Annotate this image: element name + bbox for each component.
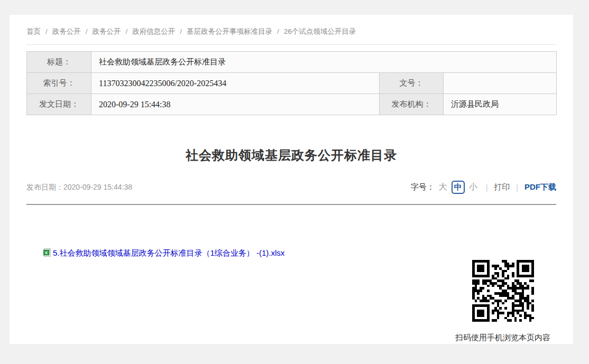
publish-date: 发布日期：2020-09-29 15:44:38 bbox=[26, 183, 132, 192]
breadcrumb-item-3[interactable]: 政府信息公开 bbox=[132, 27, 175, 35]
breadcrumb-separator: / bbox=[126, 27, 128, 35]
breadcrumb-item-2[interactable]: 政务公开 bbox=[93, 27, 121, 35]
breadcrumb-item-1[interactable]: 政务公开 bbox=[52, 27, 81, 35]
content-card: 首页/政务公开/政务公开/政府信息公开/基层政务公开事项标准目录/26个试点领域… bbox=[10, 15, 573, 344]
svg-text:X: X bbox=[45, 250, 48, 255]
document-meta-table: 标题： 社会救助领域基层政务公开标准目录 索引号： 11370323004223… bbox=[26, 51, 557, 115]
publisher-label: 发布机构： bbox=[380, 94, 444, 115]
print-button[interactable]: 打印 bbox=[494, 182, 510, 192]
breadcrumb-separator: / bbox=[45, 27, 48, 35]
qr-code bbox=[472, 260, 534, 322]
font-size-medium-button[interactable]: 中 bbox=[452, 181, 465, 194]
breadcrumb-separator: / bbox=[277, 27, 279, 35]
article-body: X 5.社会救助领域领域基层政务公开标准目录（1综合业务） -(1).xlsx … bbox=[26, 205, 556, 343]
index-number-label: 索引号： bbox=[27, 73, 91, 94]
excel-file-icon: X bbox=[43, 248, 51, 258]
toolbar-divider: | bbox=[486, 183, 488, 192]
doc-number-value bbox=[444, 73, 557, 94]
article-toolbar: 字号： 大 中 小 | 打印 | PDF下载 bbox=[411, 181, 556, 194]
breadcrumb-separator: / bbox=[86, 27, 88, 35]
title-label: 标题： bbox=[27, 52, 91, 73]
breadcrumb-item-home[interactable]: 首页 bbox=[26, 27, 41, 35]
index-number-value: 113703230042235006/2020-2025434 bbox=[91, 73, 380, 94]
breadcrumb: 首页/政务公开/政务公开/政府信息公开/基层政务公开事项标准目录/26个试点领域… bbox=[26, 15, 556, 45]
attachment-link[interactable]: 5.社会救助领域领域基层政务公开标准目录（1综合业务） -(1).xlsx bbox=[53, 248, 284, 258]
table-row: 标题： 社会救助领域基层政务公开标准目录 bbox=[27, 52, 557, 73]
table-row: 索引号： 113703230042235006/2020-2025434 文号： bbox=[27, 73, 557, 94]
attachment-row: X 5.社会救助领域领域基层政务公开标准目录（1综合业务） -(1).xlsx bbox=[43, 248, 284, 258]
breadcrumb-item-5[interactable]: 26个试点领域公开目录 bbox=[284, 27, 356, 35]
title-value: 社会救助领域基层政务公开标准目录 bbox=[91, 52, 557, 73]
toolbar-divider: | bbox=[516, 183, 518, 192]
publisher-value: 沂源县民政局 bbox=[444, 94, 557, 115]
font-size-small-button[interactable]: 小 bbox=[469, 182, 477, 193]
font-size-label: 字号： bbox=[411, 182, 435, 192]
qr-caption: 扫码使用手机浏览本页内容 bbox=[455, 333, 550, 343]
table-row: 发文日期： 2020-09-29 15:44:38 发布机构： 沂源县民政局 bbox=[27, 94, 557, 115]
pdf-download-button[interactable]: PDF下载 bbox=[524, 182, 556, 192]
font-size-large-button[interactable]: 大 bbox=[439, 182, 447, 193]
article-meta-row: 发布日期：2020-09-29 15:44:38 字号： 大 中 小 | 打印 … bbox=[26, 181, 556, 194]
qr-block: 扫码使用手机浏览本页内容 bbox=[452, 260, 554, 343]
breadcrumb-separator: / bbox=[180, 27, 182, 35]
breadcrumb-item-4[interactable]: 基层政务公开事项标准目录 bbox=[187, 27, 272, 35]
page-title: 社会救助领域基层政务公开标准目录 bbox=[26, 147, 556, 164]
issue-date-label: 发文日期： bbox=[27, 94, 91, 115]
issue-date-value: 2020-09-29 15:44:38 bbox=[91, 94, 380, 115]
doc-number-label: 文号： bbox=[380, 73, 444, 94]
